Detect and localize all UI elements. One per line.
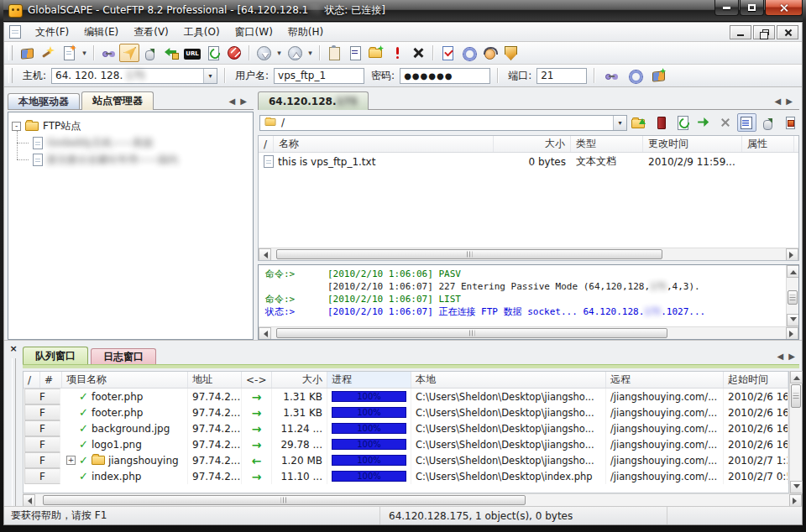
host-settings-button[interactable] xyxy=(625,66,645,85)
col-size[interactable]: 大小 xyxy=(494,136,571,152)
file-list-empty-area[interactable] xyxy=(259,170,798,248)
mdi-close-button[interactable] xyxy=(777,25,798,39)
file-row[interactable]: this is vps_ftp_1.txt 0 bytes 文本文档 2010/… xyxy=(259,153,798,170)
up-level-button[interactable] xyxy=(630,113,649,132)
queue-grip[interactable] xyxy=(12,358,16,506)
scroll-right-icon[interactable] xyxy=(786,248,798,261)
tab-next-icon[interactable]: ▶ xyxy=(786,96,793,106)
col-sort[interactable]: / xyxy=(24,372,40,388)
transfer-log-button[interactable] xyxy=(345,44,365,62)
priority-button[interactable] xyxy=(387,44,407,62)
scroll-right-icon[interactable] xyxy=(789,494,802,507)
tab-local-drives[interactable]: 本地驱动器 xyxy=(8,93,80,109)
expand-icon[interactable]: + xyxy=(66,456,76,465)
col-attributes[interactable]: 属性 xyxy=(742,136,794,152)
upload-button[interactable] xyxy=(285,44,305,62)
tab-log-window[interactable]: 日志窗口 xyxy=(91,348,156,364)
queue-row[interactable]: F ✓footer.php 97.74.2... → 1.31 KB 100% … xyxy=(24,404,788,420)
new-folder-button[interactable] xyxy=(366,44,386,62)
menu-help[interactable]: 帮助(H) xyxy=(280,23,331,42)
host-connect-button[interactable] xyxy=(601,66,621,85)
stop-button[interactable] xyxy=(224,44,244,62)
scroll-left-icon[interactable] xyxy=(259,327,271,340)
schedule-button[interactable] xyxy=(324,44,344,62)
download-button[interactable] xyxy=(254,44,274,62)
col-size[interactable]: 大小 xyxy=(272,372,327,388)
audio-button[interactable] xyxy=(479,44,500,62)
tab-prev-icon[interactable]: ◀ xyxy=(777,352,784,361)
properties-button[interactable] xyxy=(437,44,458,62)
reconnect-button[interactable] xyxy=(161,44,181,62)
tree-root-ftp-sites[interactable]: - FTP站点 xyxy=(12,117,249,134)
path-dropdown[interactable]: ▾ xyxy=(613,116,626,130)
col-type[interactable]: 类型 xyxy=(571,136,643,152)
new-document-dropdown[interactable]: ▾ xyxy=(80,44,89,62)
log-v-scrollbar[interactable] xyxy=(786,265,798,326)
host-dropdown[interactable]: ▾ xyxy=(203,69,217,83)
queue-file-button[interactable] xyxy=(780,113,799,132)
settings-button[interactable] xyxy=(458,44,479,62)
col-start-time[interactable]: 起始时间 xyxy=(724,372,788,388)
menu-edit[interactable]: 编辑(E) xyxy=(76,23,126,42)
scroll-down-icon[interactable] xyxy=(790,481,803,493)
tab-prev-icon[interactable]: ◀ xyxy=(229,96,236,106)
remote-h-scrollbar[interactable] xyxy=(259,248,798,260)
toolbar-grip[interactable] xyxy=(8,45,13,60)
list-view-button[interactable] xyxy=(737,113,756,132)
titlebar[interactable]: GlobalSCAPE - CuteFTP 8.2 Professional -… xyxy=(3,0,803,22)
site-manager-button[interactable] xyxy=(17,44,37,62)
document-system-icon[interactable] xyxy=(9,25,21,39)
toolbar-grip[interactable] xyxy=(8,68,13,83)
maximize-button[interactable] xyxy=(740,0,764,16)
username-input[interactable]: vps_ftp_1 xyxy=(274,68,364,84)
menu-window[interactable]: 窗口(W) xyxy=(228,23,280,42)
menu-view[interactable]: 查看(V) xyxy=(126,23,176,42)
password-input[interactable]: ●●●●●● xyxy=(400,68,490,84)
col-name[interactable]: 名称 xyxy=(274,136,494,152)
col-item-name[interactable]: 项目名称 xyxy=(62,372,188,388)
mdi-restore-button[interactable] xyxy=(753,25,775,39)
close-button[interactable] xyxy=(765,0,803,16)
mdi-minimize-button[interactable] xyxy=(730,25,751,39)
new-document-button[interactable] xyxy=(59,44,79,62)
queue-row[interactable]: F ✓footer.php 97.74.2... → 1.31 KB 100% … xyxy=(24,389,788,404)
col-progress[interactable]: 进程 xyxy=(327,372,411,388)
queue-row[interactable]: F ✓background.jpg 97.74.2... → 11.24 ...… xyxy=(24,420,788,436)
menu-file[interactable]: 文件(F) xyxy=(28,23,76,42)
security-button[interactable] xyxy=(500,44,521,62)
minimize-button[interactable] xyxy=(714,0,739,16)
queue-row-folder[interactable]: F +✓jiangshouying 97.74.2... ← 1.20 MB 1… xyxy=(24,452,788,468)
folder-refresh-button[interactable] xyxy=(673,113,692,132)
collapse-icon[interactable]: - xyxy=(12,122,21,131)
col-sort[interactable]: / xyxy=(259,136,274,152)
col-direction[interactable]: <-> xyxy=(242,372,272,388)
tab-next-icon[interactable]: ▶ xyxy=(240,96,247,106)
delete-button[interactable] xyxy=(408,44,428,62)
bookmarks-button[interactable] xyxy=(652,113,671,132)
tab-prev-icon[interactable]: ◀ xyxy=(775,96,782,106)
compare-button[interactable] xyxy=(759,113,778,132)
url-button[interactable]: URL xyxy=(182,44,202,62)
scroll-left-icon[interactable] xyxy=(23,494,35,507)
col-local[interactable]: 本地 xyxy=(411,372,606,388)
tab-queue-window[interactable]: 队列窗口 xyxy=(23,347,88,364)
queue-row[interactable]: F ✓logo1.png 97.74.2... → 29.78 ... 100%… xyxy=(24,436,788,452)
port-input[interactable]: 21 xyxy=(536,68,587,84)
scroll-right-icon[interactable] xyxy=(786,327,798,340)
quick-connect-button[interactable] xyxy=(119,44,139,62)
host-input[interactable]: 64. 120. 128. 175 ▾ xyxy=(51,68,217,84)
upload-dropdown[interactable]: ▾ xyxy=(306,44,315,62)
tab-site-manager[interactable]: 站点管理器 xyxy=(81,91,154,110)
connection-wizard-button[interactable] xyxy=(38,44,58,62)
col-address[interactable]: 地址 xyxy=(188,372,242,388)
refresh-button[interactable] xyxy=(203,44,223,62)
queue-v-scrollbar[interactable] xyxy=(789,371,802,493)
col-remote[interactable]: 远程 xyxy=(606,372,724,388)
col-number[interactable]: # xyxy=(40,372,62,388)
download-dropdown[interactable]: ▾ xyxy=(275,44,284,62)
scroll-up-icon[interactable] xyxy=(787,265,799,278)
remote-path-input[interactable]: / ▾ xyxy=(259,115,627,131)
col-description[interactable]: 描述 xyxy=(794,136,799,152)
tree-site-item[interactable]: 新注册企业建站专用——国内 xyxy=(21,151,249,168)
tab-next-icon[interactable]: ▶ xyxy=(788,352,795,361)
